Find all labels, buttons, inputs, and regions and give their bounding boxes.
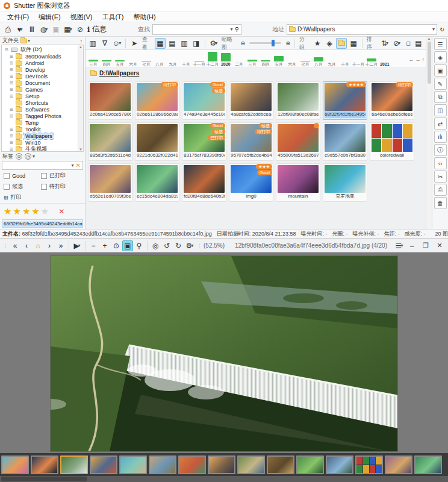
filmstrip-thumbnail[interactable] (119, 455, 147, 474)
viewer-menu-button[interactable]: ☰▾ (394, 240, 405, 251)
cursor-icon[interactable]: ➤ (129, 38, 140, 49)
folders-dropdown-icon[interactable]: ▾ (28, 38, 30, 43)
home-button[interactable]: ⌂ (33, 240, 43, 251)
checkbox-icon[interactable] (41, 184, 47, 190)
favorites-icon[interactable]: ♥▾ (14, 24, 25, 35)
tag-filter-icon[interactable]: ◈ (324, 38, 335, 49)
filmstrip-icon[interactable]: ▥ (87, 38, 98, 49)
grid-thumbnail[interactable]: ★★★★68f32f9fd1fbe3495d4... (323, 81, 367, 120)
search-icon[interactable]: ⚲ (235, 26, 239, 33)
tree-item-Setup[interactable]: ⊞Setup (3, 93, 83, 99)
expander-icon[interactable]: ⊞ (9, 147, 14, 152)
timeline-column[interactable]: 2020 (219, 50, 232, 67)
tree-item-Temp[interactable]: Temp (3, 119, 83, 126)
grid-thumbnail[interactable]: 9221d0632f022d41ae... (135, 122, 179, 161)
list-view-button[interactable]: ▤ (167, 38, 178, 49)
expander-icon[interactable]: ⊞ (9, 94, 14, 99)
tree-item-Shortcuts[interactable]: Shortcuts (3, 99, 83, 106)
copy-button[interactable]: ⧉ (434, 91, 447, 103)
print-button[interactable]: ⎙ (434, 184, 447, 196)
tag-panel-button[interactable]: ◈ (434, 51, 447, 63)
timeline-column[interactable]: 十月 (338, 50, 352, 67)
timeline-column[interactable]: 2021 (378, 50, 391, 67)
folder-icon[interactable] (20, 39, 27, 43)
grid-thumbnail[interactable]: fd20f84d8de640b3f3... (182, 163, 226, 202)
timeline-column[interactable]: 十一月 (193, 50, 206, 67)
preview-panel-button[interactable]: ▣ (434, 64, 447, 77)
grid-scrollbar[interactable]: ▲ (426, 37, 432, 229)
expander-icon[interactable]: ⊞ (4, 195, 8, 201)
last-image-button[interactable]: » (55, 240, 66, 251)
tag-slash-icon[interactable]: ⊘ (16, 153, 22, 160)
timeline-column[interactable]: 八月 (153, 50, 166, 67)
picture-view-button[interactable]: ◨ (191, 38, 202, 49)
grid-thumbnail[interactable]: coloredwall (370, 122, 414, 161)
filmstrip-thumbnail[interactable] (267, 455, 294, 474)
timeline-column[interactable]: 八月 (312, 50, 325, 67)
tree-item-Develop[interactable]: ⊞Develop (3, 66, 83, 73)
scroll-down-icon[interactable]: ▼ (79, 148, 82, 151)
grid-thumbnail[interactable]: 候选待打印95707e5fb2de4b94c8... (229, 122, 273, 161)
timeline-column[interactable]: 七月 (299, 50, 312, 67)
timeline-column[interactable]: 五月 (113, 50, 126, 67)
sort-az-icon[interactable]: ⇅▾ (379, 38, 390, 49)
zoom-in-button[interactable]: + (99, 240, 110, 251)
rating-star-icon[interactable]: ★ (41, 206, 49, 217)
layout-button[interactable]: ◫ (434, 104, 447, 116)
expander-icon[interactable]: ⊞ (9, 140, 14, 145)
timeline-column[interactable]: 六月 (126, 50, 140, 67)
timeline-column[interactable]: 九月 (325, 50, 338, 67)
smiley-icon[interactable]: ☺▾ (111, 38, 122, 49)
tree-item-Toolkit[interactable]: ⊞Toolkit (3, 126, 83, 133)
viewer-settings-button[interactable]: ⚙▾ (184, 240, 195, 251)
expander-icon[interactable]: ⊞ (9, 87, 14, 92)
timeline-column[interactable]: 十二月 (206, 50, 219, 67)
delete-button[interactable]: 🗑 (434, 197, 447, 209)
tree-root[interactable]: ⊟软件 (D:) (3, 46, 83, 53)
expander-icon[interactable]: ⊞ (9, 107, 14, 112)
menu-item[interactable]: 视图(V) (66, 13, 98, 22)
previous-image-button[interactable]: ‹ (21, 240, 32, 251)
slider-thumb[interactable] (272, 40, 275, 46)
menu-item[interactable]: 编辑(E) (34, 13, 66, 22)
info-panel-button[interactable]: ⓘ (434, 144, 447, 156)
timeline-column[interactable]: 三月 (246, 50, 259, 67)
expander-icon[interactable]: ⊞ (9, 61, 14, 66)
filmstrip-scrollbar[interactable] (0, 476, 448, 482)
tag-dropdown-icon[interactable]: ▾ (72, 163, 74, 168)
image-canvas[interactable] (0, 252, 448, 453)
filmstrip-thumbnail[interactable] (31, 455, 58, 474)
filmstrip-thumbnail[interactable] (60, 455, 88, 474)
rotate-left-button[interactable]: ↺ (161, 240, 172, 251)
grid-thumbnail[interactable]: 455009fa513d269748... (276, 122, 320, 161)
filmstrip-thumbnail[interactable] (208, 455, 235, 474)
menu-item[interactable]: 文件(F) (2, 13, 34, 22)
checkbox-icon[interactable] (41, 173, 47, 179)
columns-icon[interactable]: Ⅲ (26, 24, 37, 35)
tree-item-Document[interactable]: ⊞Document (3, 80, 83, 86)
checkbox-待打印[interactable]: 待打印 (41, 183, 81, 190)
expander-icon[interactable]: ⊞ (9, 54, 14, 59)
grid-thumbnail[interactable]: Good候选已打印83175ef783390fd0e2... (182, 122, 226, 161)
filmstrip-thumbnail[interactable] (237, 455, 265, 474)
rating-star-icon[interactable]: ★ (31, 206, 39, 217)
edit-button[interactable]: ✎ (434, 78, 447, 90)
grid-thumbnail[interactable]: 克罗地亚 (323, 163, 367, 202)
timeline-column[interactable]: 五月 (272, 50, 285, 67)
grid-thumbnail[interactable]: 12bf908fa0ec08fae3a... (276, 81, 320, 120)
checkbox-已打印[interactable]: 已打印 (41, 172, 81, 180)
panel-a-icon[interactable]: ◻ (405, 38, 412, 49)
filmstrip-thumbnail[interactable] (326, 455, 353, 474)
sort-none-icon[interactable]: ⊘▾ (391, 38, 402, 49)
tree-item-Android[interactable]: ⊞Android (3, 60, 83, 66)
zoom-out-button[interactable]: − (88, 240, 99, 251)
grid-thumbnail[interactable]: 待打印6a46e0aebe6dfeee36... (370, 81, 414, 120)
filmstrip-thumbnail[interactable] (296, 455, 324, 474)
timeline-column[interactable]: 十月 (179, 50, 193, 67)
search-dropdown-icon[interactable]: ▾ (231, 27, 233, 32)
rating-star-icon[interactable]: ★ (4, 206, 11, 217)
address-dropdown-icon[interactable]: ▾ (432, 27, 435, 32)
scrollbar-thumb[interactable] (1, 477, 87, 481)
grid-thumbnail[interactable]: 4a8cafc62cddbceac9... (229, 81, 273, 120)
first-image-button[interactable]: « (10, 240, 20, 251)
